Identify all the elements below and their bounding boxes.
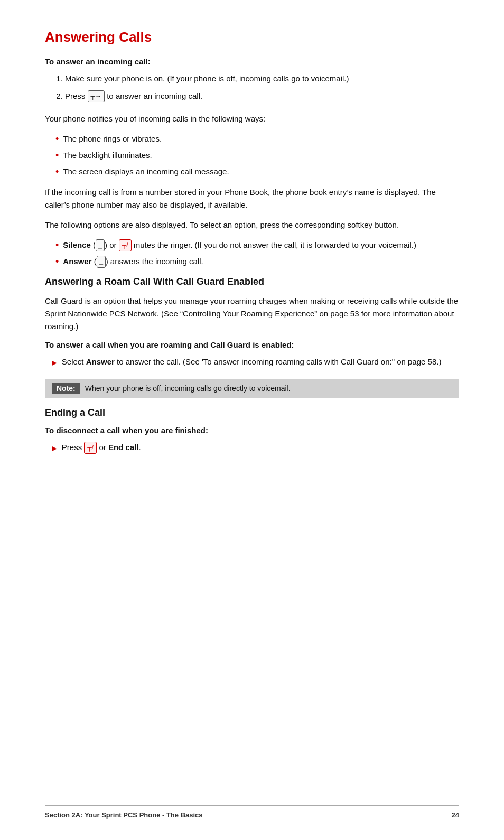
bullet-dot-2: • <box>55 149 59 162</box>
step-2-after: to answer an incoming call. <box>107 91 202 100</box>
step-2: Press ┬→ to answer an incoming call. <box>65 90 459 102</box>
bullet-1: • The phone rings or vibrates. <box>55 133 459 146</box>
answer-label: Answer <box>63 257 91 266</box>
notify-text: Your phone notifies you of incoming call… <box>45 113 459 125</box>
ending-title: Ending a Call <box>45 407 459 418</box>
roam-arrow-item: ► Select Answer to answer the call. (See… <box>50 356 459 370</box>
intro-label: To answer an incoming call: <box>45 57 459 66</box>
bullet-dot-silence: • <box>55 239 59 252</box>
ending-or: or <box>99 443 106 452</box>
roam-body: Call Guard is an option that helps you m… <box>45 295 459 333</box>
option-silence-content: Silence (⎯) or ┬/ mutes the ringer. (If … <box>63 239 416 252</box>
bullet-2: • The backlight illuminates. <box>55 149 459 162</box>
notify-bullets: • The phone rings or vibrates. • The bac… <box>55 133 459 179</box>
steps-list: Make sure your phone is on. (If your pho… <box>65 72 459 103</box>
bullet-3: • The screen displays an incoming call m… <box>55 165 459 179</box>
step-1-text: Make sure your phone is on. (If your pho… <box>65 74 349 83</box>
roam-label: To answer a call when you are roaming an… <box>45 340 459 349</box>
send-button-icon: ┬→ <box>88 90 105 102</box>
option-silence: • Silence (⎯) or ┬/ mutes the ringer. (I… <box>55 239 459 252</box>
silence-icon-1: ⎯ <box>96 239 105 251</box>
option-answer-content: Answer (⎯) answers the incoming call. <box>63 255 203 268</box>
page-footer: Section 2A: Your Sprint PCS Phone - The … <box>45 805 459 819</box>
bullet-dot-answer: • <box>55 255 59 268</box>
roam-section: Answering a Roam Call With Call Guard En… <box>45 276 459 370</box>
ending-end-call-bold: End call <box>108 443 139 452</box>
ending-press: Press <box>62 443 82 452</box>
footer-right: 24 <box>452 811 459 819</box>
ending-arrow-item: ► Press ┬/ or End call. <box>50 441 459 455</box>
footer-left: Section 2A: Your Sprint PCS Phone - The … <box>45 811 203 819</box>
silence-icon-2: ┬/ <box>119 239 132 251</box>
end-call-icon: ┬/ <box>84 442 97 454</box>
note-label: Note: <box>52 383 80 394</box>
page-container: Answering Calls To answer an incoming ca… <box>0 0 504 840</box>
step-2-before: Press <box>65 91 85 100</box>
ending-label: To disconnect a call when you are finish… <box>45 426 459 435</box>
answer-icon: ⎯ <box>97 256 106 268</box>
ending-period: . <box>138 443 141 452</box>
bullet-3-text: The screen displays an incoming call mes… <box>63 165 229 178</box>
phonebook-text: If the incoming call is from a number st… <box>45 186 459 211</box>
options-bullets: • Silence (⎯) or ┬/ mutes the ringer. (I… <box>55 239 459 268</box>
options-text: The following options are also displayed… <box>45 219 459 231</box>
roam-answer-bold: Answer <box>86 357 115 366</box>
page-title: Answering Calls <box>45 29 459 45</box>
bullet-1-text: The phone rings or vibrates. <box>63 133 162 145</box>
ending-arrow-icon: ► <box>50 442 59 455</box>
bullet-2-text: The backlight illuminates. <box>63 149 152 162</box>
note-box: Note: When your phone is off, incoming c… <box>45 379 459 398</box>
roam-arrow-icon: ► <box>50 356 59 370</box>
bullet-dot-1: • <box>55 133 59 146</box>
note-text: When your phone is off, incoming calls g… <box>85 384 291 393</box>
bullet-dot-3: • <box>55 165 59 179</box>
ending-section: Ending a Call To disconnect a call when … <box>45 407 459 455</box>
option-answer: • Answer (⎯) answers the incoming call. <box>55 255 459 268</box>
ending-arrow-text: Press ┬/ or End call. <box>62 441 141 454</box>
roam-title: Answering a Roam Call With Call Guard En… <box>45 276 459 287</box>
step-1: Make sure your phone is on. (If your pho… <box>65 72 459 85</box>
silence-label: Silence <box>63 240 91 249</box>
roam-arrow-text: Select Answer to answer the call. (See '… <box>62 356 442 368</box>
